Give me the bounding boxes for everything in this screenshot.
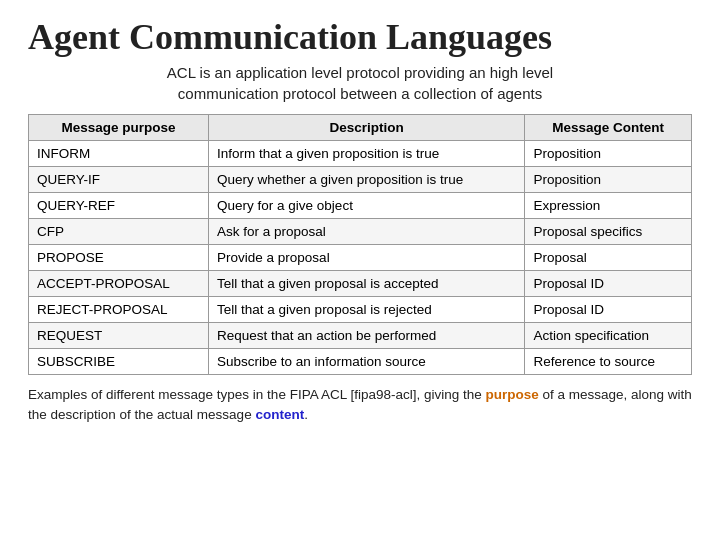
cell-purpose: PROPOSE: [29, 244, 209, 270]
table-row: REQUESTRequest that an action be perform…: [29, 322, 692, 348]
table-row: INFORMInform that a given proposition is…: [29, 140, 692, 166]
cell-content: Proposition: [525, 166, 692, 192]
table-row: PROPOSEProvide a proposalProposal: [29, 244, 692, 270]
cell-purpose: SUBSCRIBE: [29, 348, 209, 374]
subtitle: ACL is an application level protocol pro…: [28, 62, 692, 104]
cell-content: Proposal specifics: [525, 218, 692, 244]
table-row: ACCEPT-PROPOSALTell that a given proposa…: [29, 270, 692, 296]
cell-content: Action specification: [525, 322, 692, 348]
cell-purpose: ACCEPT-PROPOSAL: [29, 270, 209, 296]
footer-before-purpose: Examples of different message types in t…: [28, 387, 486, 402]
page: Agent Communication Languages ACL is an …: [0, 0, 720, 540]
cell-description: Tell that a given proposal is accepted: [209, 270, 525, 296]
acl-table: Message purpose Description Message Cont…: [28, 114, 692, 375]
footer-text: Examples of different message types in t…: [28, 385, 692, 426]
cell-description: Provide a proposal: [209, 244, 525, 270]
cell-purpose: REQUEST: [29, 322, 209, 348]
table-row: QUERY-REFQuery for a give objectExpressi…: [29, 192, 692, 218]
cell-purpose: CFP: [29, 218, 209, 244]
cell-description: Query for a give object: [209, 192, 525, 218]
cell-content: Proposition: [525, 140, 692, 166]
cell-content: Reference to source: [525, 348, 692, 374]
footer-content-word: content: [255, 407, 304, 422]
cell-description: Ask for a proposal: [209, 218, 525, 244]
cell-purpose: REJECT-PROPOSAL: [29, 296, 209, 322]
table-row: SUBSCRIBESubscribe to an information sou…: [29, 348, 692, 374]
cell-description: Query whether a given proposition is tru…: [209, 166, 525, 192]
footer-purpose-word: purpose: [486, 387, 539, 402]
page-title: Agent Communication Languages: [28, 18, 692, 58]
cell-purpose: QUERY-REF: [29, 192, 209, 218]
table-row: CFPAsk for a proposalProposal specifics: [29, 218, 692, 244]
cell-content: Proposal ID: [525, 296, 692, 322]
col-header-description: Description: [209, 114, 525, 140]
cell-description: Tell that a given proposal is rejected: [209, 296, 525, 322]
col-header-content: Message Content: [525, 114, 692, 140]
table-row: REJECT-PROPOSALTell that a given proposa…: [29, 296, 692, 322]
cell-description: Subscribe to an information source: [209, 348, 525, 374]
table-row: QUERY-IFQuery whether a given propositio…: [29, 166, 692, 192]
cell-content: Expression: [525, 192, 692, 218]
cell-content: Proposal: [525, 244, 692, 270]
col-header-purpose: Message purpose: [29, 114, 209, 140]
cell-content: Proposal ID: [525, 270, 692, 296]
footer-end: .: [304, 407, 308, 422]
cell-description: Request that an action be performed: [209, 322, 525, 348]
cell-purpose: QUERY-IF: [29, 166, 209, 192]
cell-purpose: INFORM: [29, 140, 209, 166]
cell-description: Inform that a given proposition is true: [209, 140, 525, 166]
